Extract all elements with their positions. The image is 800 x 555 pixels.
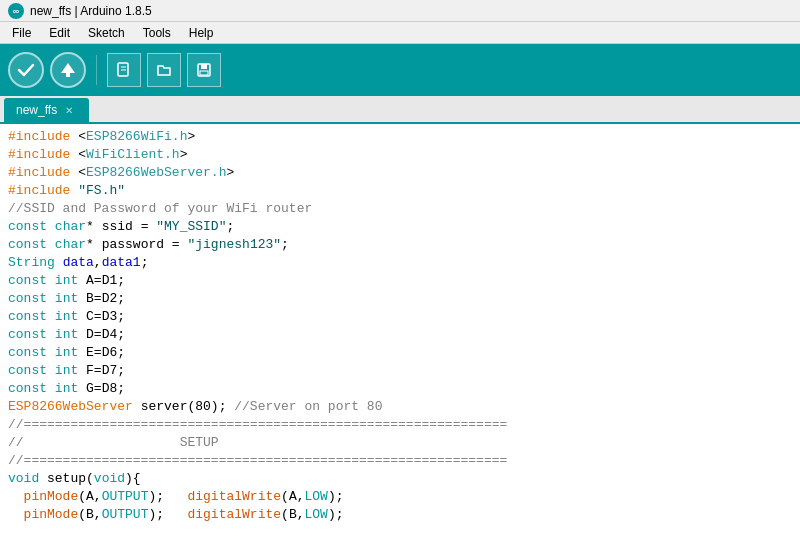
code-line: const int B=D2; <box>0 290 800 308</box>
svg-rect-7 <box>200 71 208 75</box>
verify-button[interactable] <box>8 52 44 88</box>
code-line: const int E=D6; <box>0 344 800 362</box>
tab-close-icon[interactable]: ✕ <box>65 105 73 116</box>
tab-new-ffs[interactable]: new_ffs ✕ <box>4 98 89 122</box>
code-editor[interactable]: #include <ESP8266WiFi.h> #include <WiFiC… <box>0 124 800 555</box>
menu-edit[interactable]: Edit <box>41 24 78 42</box>
svg-marker-0 <box>61 63 75 73</box>
svg-rect-6 <box>201 64 207 69</box>
menu-help[interactable]: Help <box>181 24 222 42</box>
code-line: //======================================… <box>0 452 800 470</box>
menu-tools[interactable]: Tools <box>135 24 179 42</box>
code-line: String data,data1; <box>0 254 800 272</box>
menu-bar: File Edit Sketch Tools Help <box>0 22 800 44</box>
code-line: #include <ESP8266WiFi.h> <box>0 128 800 146</box>
upload-button[interactable] <box>50 52 86 88</box>
code-line: pinMode(A,OUTPUT); digitalWrite(A,LOW); <box>0 488 800 506</box>
toolbar-separator <box>96 55 97 85</box>
new-button[interactable] <box>107 53 141 87</box>
save-button[interactable] <box>187 53 221 87</box>
code-line: const int G=D8; <box>0 380 800 398</box>
menu-sketch[interactable]: Sketch <box>80 24 133 42</box>
code-line: const int A=D1; <box>0 272 800 290</box>
code-line: ESP8266WebServer server(80); //Server on… <box>0 398 800 416</box>
code-line: pinMode(B,OUTPUT); digitalWrite(B,LOW); <box>0 506 800 524</box>
code-line: const int D=D4; <box>0 326 800 344</box>
tab-bar: new_ffs ✕ <box>0 96 800 124</box>
code-line: void setup(void){ <box>0 470 800 488</box>
toolbar <box>0 44 800 96</box>
code-line: const char* password = "jignesh123"; <box>0 236 800 254</box>
code-line: #include "FS.h" <box>0 182 800 200</box>
code-line: #include <WiFiClient.h> <box>0 146 800 164</box>
code-line: const int F=D7; <box>0 362 800 380</box>
window-title: new_ffs | Arduino 1.8.5 <box>30 4 152 18</box>
code-line: //SSID and Password of your WiFi router <box>0 200 800 218</box>
open-button[interactable] <box>147 53 181 87</box>
code-line: const int C=D3; <box>0 308 800 326</box>
app-icon: ∞ <box>8 3 24 19</box>
code-line: // SETUP <box>0 434 800 452</box>
title-bar: ∞ new_ffs | Arduino 1.8.5 <box>0 0 800 22</box>
svg-rect-1 <box>66 73 70 77</box>
code-line: //======================================… <box>0 416 800 434</box>
tab-label: new_ffs <box>16 103 57 117</box>
code-line: const char* ssid = "MY_SSID"; <box>0 218 800 236</box>
menu-file[interactable]: File <box>4 24 39 42</box>
code-line: #include <ESP8266WebServer.h> <box>0 164 800 182</box>
